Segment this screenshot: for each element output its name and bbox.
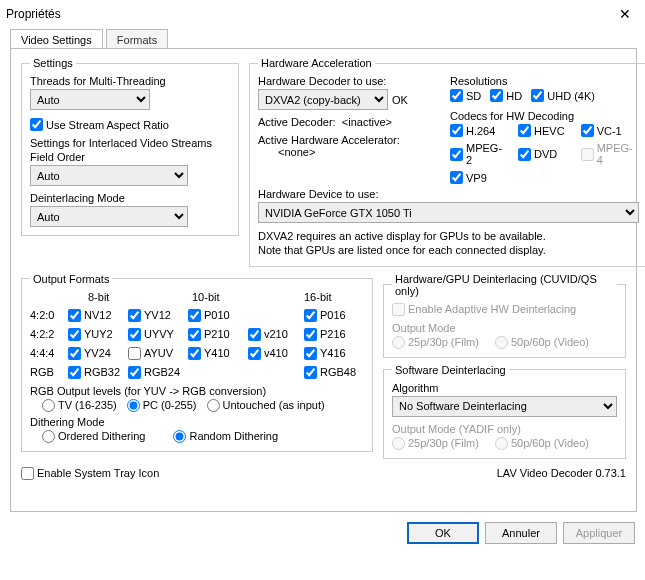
- row-420-label: 4:2:0: [30, 309, 68, 321]
- rgb48-checkbox[interactable]: [304, 366, 317, 379]
- deint-mode-label: Deinterlacing Mode: [30, 192, 230, 204]
- untouched-radio[interactable]: [207, 399, 220, 412]
- hw-device-label: Hardware Device to use:: [258, 188, 639, 200]
- sw-output-mode-label: Output Mode (YADIF only): [392, 423, 617, 435]
- hw-note2: Note that GPUs are listed once for each …: [258, 243, 639, 257]
- threads-label: Threads for Multi-Threading: [30, 75, 230, 87]
- rgb-levels-label: RGB Output levels (for YUV -> RGB conver…: [30, 385, 364, 397]
- aspect-checkbox[interactable]: [30, 118, 43, 131]
- uhd-checkbox[interactable]: [531, 89, 544, 102]
- tv-radio[interactable]: [42, 399, 55, 412]
- ordered-dither-radio[interactable]: [42, 430, 55, 443]
- mpeg4-checkbox: [581, 148, 594, 161]
- y416-checkbox[interactable]: [304, 347, 317, 360]
- aspect-label: Use Stream Aspect Ratio: [46, 119, 169, 131]
- nv12-checkbox[interactable]: [68, 309, 81, 322]
- header-8bit: 8-bit: [68, 291, 188, 303]
- rgb24-checkbox[interactable]: [128, 366, 141, 379]
- v410-checkbox[interactable]: [248, 347, 261, 360]
- p010-checkbox[interactable]: [188, 309, 201, 322]
- cancel-button[interactable]: Annuler: [485, 522, 557, 544]
- active-decoder-label: Active Decoder:: [258, 116, 336, 128]
- yuy2-checkbox[interactable]: [68, 328, 81, 341]
- sw-video-radio: [495, 437, 508, 450]
- dvd-checkbox[interactable]: [518, 148, 531, 161]
- p216-checkbox[interactable]: [304, 328, 317, 341]
- hwaccel-group: Hardware Acceleration Hardware Decoder t…: [249, 57, 645, 267]
- hw-device-select[interactable]: NVIDIA GeForce GTX 1050 Ti: [258, 202, 639, 223]
- hw-deint-legend: Hardware/GPU Deinterlacing (CUVID/QS onl…: [392, 273, 617, 297]
- window-title: Propriétés: [6, 7, 61, 21]
- vc1-checkbox[interactable]: [581, 124, 594, 137]
- field-order-label: Field Order: [30, 151, 230, 163]
- hw-video-radio: [495, 336, 508, 349]
- version-label: LAV Video Decoder 0.73.1: [497, 467, 626, 479]
- tab-formats[interactable]: Formats: [106, 29, 168, 49]
- h264-checkbox[interactable]: [450, 124, 463, 137]
- enable-adaptive-checkbox: [392, 303, 405, 316]
- resolutions-label: Resolutions: [450, 75, 639, 87]
- hd-checkbox[interactable]: [490, 89, 503, 102]
- active-hw-accel-value: <none>: [258, 146, 440, 158]
- close-icon[interactable]: ✕: [613, 6, 637, 22]
- header-16bit: 16-bit: [304, 291, 360, 303]
- hw-film-radio: [392, 336, 405, 349]
- mpeg2-checkbox[interactable]: [450, 148, 463, 161]
- active-decoder-value: <inactive>: [342, 116, 392, 128]
- sw-film-radio: [392, 437, 405, 450]
- tray-icon-checkbox[interactable]: [21, 467, 34, 480]
- yv24-checkbox[interactable]: [68, 347, 81, 360]
- y410-checkbox[interactable]: [188, 347, 201, 360]
- interlaced-settings-label: Settings for Interlaced Video Streams: [30, 137, 230, 149]
- p016-checkbox[interactable]: [304, 309, 317, 322]
- hevc-checkbox[interactable]: [518, 124, 531, 137]
- codecs-label: Codecs for HW Decoding: [450, 110, 639, 122]
- algorithm-label: Algorithm: [392, 382, 617, 394]
- settings-legend: Settings: [30, 57, 76, 69]
- ok-button[interactable]: OK: [407, 522, 479, 544]
- vp9-checkbox[interactable]: [450, 171, 463, 184]
- deint-mode-select[interactable]: Auto: [30, 206, 188, 227]
- hw-output-mode-label: Output Mode: [392, 322, 617, 334]
- p210-checkbox[interactable]: [188, 328, 201, 341]
- row-444-label: 4:4:4: [30, 347, 68, 359]
- pc-radio[interactable]: [127, 399, 140, 412]
- header-10bit: 10-bit: [188, 291, 304, 303]
- tray-icon-label: Enable System Tray Icon: [37, 467, 159, 479]
- random-dither-radio[interactable]: [173, 430, 186, 443]
- sd-checkbox[interactable]: [450, 89, 463, 102]
- threads-select[interactable]: Auto: [30, 89, 150, 110]
- sw-deint-group: Software Deinterlacing Algorithm No Soft…: [383, 364, 626, 459]
- ayuv-checkbox[interactable]: [128, 347, 141, 360]
- hw-decoder-label: Hardware Decoder to use:: [258, 75, 440, 87]
- settings-group: Settings Threads for Multi-Threading Aut…: [21, 57, 239, 236]
- hw-decoder-select[interactable]: DXVA2 (copy-back): [258, 89, 388, 110]
- apply-button[interactable]: Appliquer: [563, 522, 635, 544]
- v210-checkbox[interactable]: [248, 328, 261, 341]
- algorithm-select[interactable]: No Software Deinterlacing: [392, 396, 617, 417]
- uyvy-checkbox[interactable]: [128, 328, 141, 341]
- hwaccel-legend: Hardware Acceleration: [258, 57, 375, 69]
- active-hw-accel-label: Active Hardware Accelerator:: [258, 134, 440, 146]
- row-rgb-label: RGB: [30, 366, 68, 378]
- hw-deint-group: Hardware/GPU Deinterlacing (CUVID/QS onl…: [383, 273, 626, 358]
- output-formats-legend: Output Formats: [30, 273, 112, 285]
- sw-deint-legend: Software Deinterlacing: [392, 364, 509, 376]
- tab-video-settings[interactable]: Video Settings: [10, 29, 103, 49]
- rgb32-checkbox[interactable]: [68, 366, 81, 379]
- hw-note1: DXVA2 requires an active display for GPU…: [258, 229, 639, 243]
- row-422-label: 4:2:2: [30, 328, 68, 340]
- yv12-checkbox[interactable]: [128, 309, 141, 322]
- decoder-status: OK: [392, 94, 408, 106]
- field-order-select[interactable]: Auto: [30, 165, 188, 186]
- dithering-label: Dithering Mode: [30, 416, 364, 428]
- output-formats-group: Output Formats 8-bit 10-bit 16-bit 4:2:0…: [21, 273, 373, 452]
